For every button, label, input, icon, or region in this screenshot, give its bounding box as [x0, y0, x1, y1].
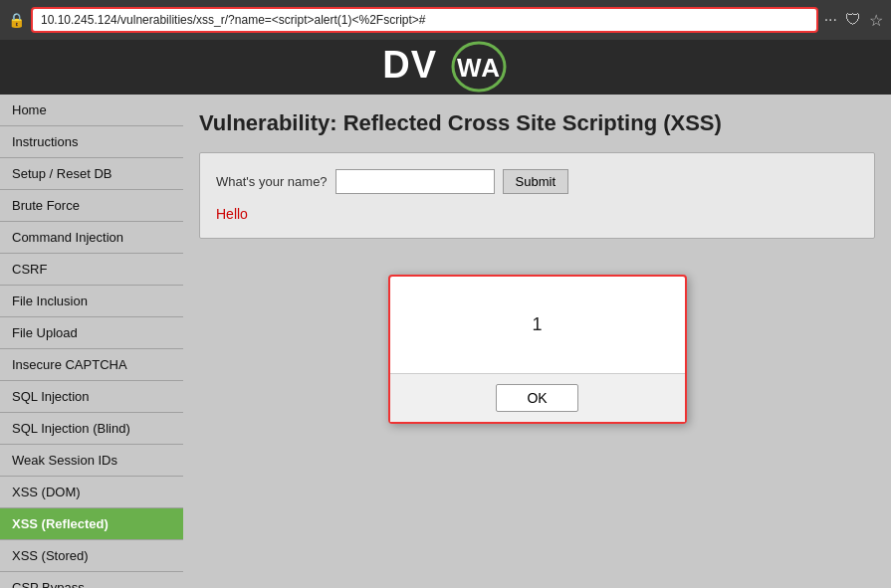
sidebar-item-xss-dom[interactable]: XSS (DOM): [0, 477, 183, 508]
sidebar-item-csrf[interactable]: CSRF: [0, 254, 183, 286]
logo-container: DV WA: [382, 40, 508, 95]
sidebar-item-weak-session[interactable]: Weak Session IDs: [0, 445, 183, 477]
star-icon[interactable]: ☆: [869, 11, 883, 30]
sidebar-item-xss-stored[interactable]: XSS (Stored): [0, 540, 183, 572]
sidebar-item-setup[interactable]: Setup / Reset DB: [0, 158, 183, 190]
shield-icon[interactable]: 🛡: [845, 11, 861, 30]
main-area: Home Instructions Setup / Reset DB Brute…: [0, 95, 891, 588]
dialog-content: 1: [390, 277, 685, 373]
sidebar-item-sql-injection[interactable]: SQL Injection: [0, 381, 183, 413]
sidebar-item-sql-injection-blind[interactable]: SQL Injection (Blind): [0, 413, 183, 445]
content-area: Vulnerability: Reflected Cross Site Scri…: [183, 95, 891, 588]
sidebar-item-brute-force[interactable]: Brute Force: [0, 190, 183, 222]
dialog-footer: OK: [390, 373, 685, 422]
menu-icon[interactable]: ···: [824, 11, 837, 30]
sidebar-item-instructions[interactable]: Instructions: [0, 126, 183, 158]
page-wrapper: DV WA Home Instructions Setup / Reset DB…: [0, 40, 891, 588]
sidebar-item-insecure-captcha[interactable]: Insecure CAPTCHA: [0, 349, 183, 381]
sidebar-item-file-upload[interactable]: File Upload: [0, 317, 183, 349]
sidebar: Home Instructions Setup / Reset DB Brute…: [0, 95, 183, 588]
alert-dialog: 1 OK: [388, 275, 687, 424]
svg-text:WA: WA: [457, 53, 501, 83]
logo-text: DV WA: [382, 40, 508, 95]
lock-icon: 🔒: [8, 12, 25, 28]
ok-button[interactable]: OK: [496, 384, 577, 412]
address-bar[interactable]: 10.10.245.124/vulnerabilities/xss_r/?nam…: [31, 7, 818, 33]
url-text: 10.10.245.124/vulnerabilities/xss_r/?nam…: [41, 13, 426, 27]
browser-chrome: 🔒 10.10.245.124/vulnerabilities/xss_r/?n…: [0, 0, 891, 40]
sidebar-item-csp-bypass[interactable]: CSP Bypass: [0, 572, 183, 588]
sidebar-item-xss-reflected[interactable]: XSS (Reflected): [0, 508, 183, 540]
dialog-overlay: 1 OK: [183, 95, 891, 588]
sidebar-item-command-injection[interactable]: Command Injection: [0, 222, 183, 254]
sidebar-item-file-inclusion[interactable]: File Inclusion: [0, 286, 183, 317]
site-header: DV WA: [0, 40, 891, 95]
dialog-value: 1: [532, 314, 542, 335]
sidebar-item-home[interactable]: Home: [0, 95, 183, 126]
browser-icons: ··· 🛡 ☆: [824, 11, 883, 30]
logo-graphic: WA: [449, 40, 509, 95]
